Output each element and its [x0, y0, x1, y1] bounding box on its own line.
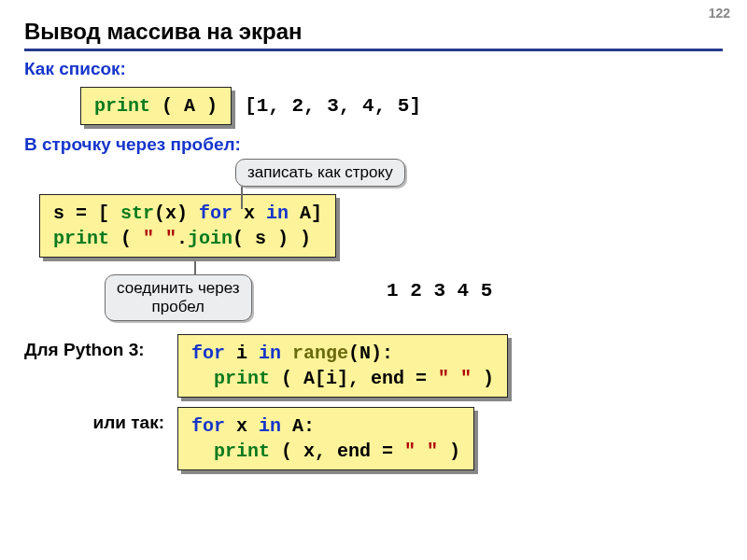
kw-print: print: [94, 95, 150, 117]
kw-print: print: [53, 228, 109, 249]
label-or-so: или так:: [24, 407, 164, 433]
kw-in: in: [266, 203, 289, 224]
kw-print: print: [214, 441, 270, 462]
kw-join: join: [188, 228, 233, 249]
page-number: 122: [709, 6, 730, 21]
label-python3: Для Python 3:: [24, 334, 164, 360]
code-join-block: s = [ str(x) for x in A] print ( " ".joi…: [39, 194, 336, 258]
kw-in: in: [259, 415, 281, 437]
kw-for: for: [199, 203, 233, 224]
code-text: x: [225, 415, 259, 437]
code-text: A:: [281, 415, 315, 437]
kw-range: range: [292, 343, 348, 364]
code-for-range: for i in range(N): print ( A[i], end = "…: [177, 334, 508, 398]
code-text: [191, 441, 214, 462]
code-text: i: [225, 343, 259, 364]
code-text: [281, 343, 292, 364]
code-text: (: [109, 228, 143, 249]
kw-str: str: [120, 203, 154, 224]
code-text: A]: [289, 203, 322, 224]
code-text: ( x, end =: [270, 441, 404, 462]
code-text: x: [233, 203, 266, 224]
callout-as-string: записать как строку: [235, 159, 405, 187]
slide-title: Вывод массива на экран: [24, 19, 723, 51]
section-heading-list: Как список:: [24, 59, 723, 79]
section-heading-inline: В строчку через пробел:: [24, 134, 723, 155]
kw-in: in: [259, 343, 281, 364]
kw-for: for: [191, 343, 225, 364]
code-text: ( A ): [150, 95, 218, 117]
output-list: [1, 2, 3, 4, 5]: [245, 95, 421, 117]
code-text: (x): [154, 203, 199, 224]
code-text: ( A[i], end =: [270, 368, 438, 389]
code-text: s = [: [53, 203, 120, 224]
code-text: ( s ) ): [233, 228, 311, 249]
string-literal: " ": [438, 368, 472, 389]
string-literal: " ": [143, 228, 176, 249]
string-literal: " ": [404, 441, 438, 462]
slide: Вывод массива на экран Как список: print…: [0, 0, 747, 489]
kw-print: print: [214, 368, 270, 389]
list-output-row: print ( A ) [1, 2, 3, 4, 5]: [80, 87, 723, 125]
code-text: [191, 368, 214, 389]
code-text: (N):: [348, 343, 393, 364]
code-text: .: [176, 228, 188, 249]
code-text: ): [472, 368, 494, 389]
code-for-x: for x in A: print ( x, end = " " ): [177, 407, 474, 470]
kw-for: for: [191, 415, 225, 437]
code-text: ): [438, 441, 460, 462]
connector-line: [241, 187, 243, 209]
code-print-a: print ( A ): [80, 87, 232, 125]
output-inline: 1 2 3 4 5: [387, 280, 492, 301]
